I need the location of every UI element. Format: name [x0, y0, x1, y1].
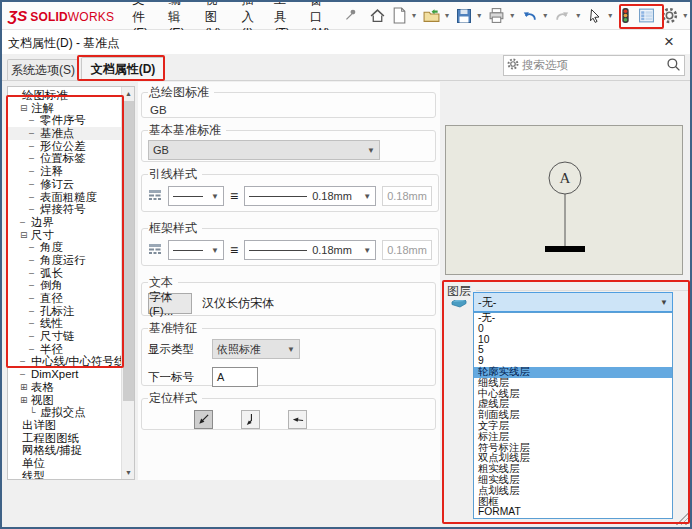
tree-item[interactable]: –注释 — [8, 165, 121, 178]
tree-expander-icon[interactable]: – — [29, 254, 40, 267]
tree-item[interactable]: ⊟注解 — [8, 102, 121, 115]
tree-expander-icon[interactable]: – — [29, 343, 40, 356]
tree-item[interactable]: –边界 — [8, 216, 121, 229]
leader-custom-thickness-field[interactable]: 0.18mm — [382, 186, 432, 206]
tree-item[interactable]: 出详图 — [8, 419, 121, 432]
tree-item[interactable]: 线型 — [8, 470, 121, 480]
tree-item[interactable]: –倒角 — [8, 279, 121, 292]
tree-item[interactable]: –孔标注 — [8, 305, 121, 318]
scroll-up-icon[interactable]: ▲ — [122, 87, 135, 100]
scrollbar-thumb[interactable] — [123, 101, 134, 401]
tree-expander-icon[interactable]: – — [29, 165, 40, 178]
resize-grip[interactable] — [676, 513, 688, 525]
home-icon[interactable] — [367, 6, 388, 25]
tree-item[interactable]: ⊟尺寸 — [8, 229, 121, 242]
scroll-down-icon[interactable]: ▼ — [122, 466, 135, 479]
next-label-field[interactable]: A — [212, 367, 258, 387]
tree-item[interactable]: –DimXpert — [8, 368, 121, 381]
font-button[interactable]: 字体(F)... — [148, 293, 192, 314]
layer-option[interactable]: 5 — [474, 345, 672, 356]
tree-item[interactable]: –焊接符号 — [8, 203, 121, 216]
tree-item[interactable]: –位置标签 — [8, 152, 121, 165]
tree-item[interactable]: ⊞表格 — [8, 381, 121, 394]
tree-expander-icon[interactable]: – — [29, 279, 40, 292]
select-cursor-dropdown-caret[interactable]: ▾ — [608, 11, 612, 20]
tree-item[interactable]: 单位 — [8, 457, 121, 470]
tree-expander-icon[interactable]: – — [29, 241, 40, 254]
print-icon[interactable] — [486, 6, 507, 25]
print-dropdown-caret[interactable]: ▾ — [510, 11, 514, 20]
tree-expander-icon[interactable]: – — [29, 114, 40, 127]
tree-expander-icon[interactable]: ⊟ — [20, 102, 31, 115]
layer-option[interactable]: -无- — [474, 313, 672, 324]
tree-item[interactable]: –尺寸链 — [8, 330, 121, 343]
tree-expander-icon[interactable]: – — [29, 317, 40, 330]
frame-line-style-combobox[interactable]: ▼ — [168, 240, 224, 260]
options-dropdown-caret[interactable]: ▾ — [683, 11, 687, 20]
leader-line-style-combobox[interactable]: ▼ — [168, 186, 224, 206]
tree-item[interactable]: –半径 — [8, 343, 121, 356]
layer-option[interactable]: FORMAT — [474, 507, 672, 518]
tree-expander-icon[interactable]: – — [29, 330, 40, 343]
layer-option[interactable]: 点划线层 — [474, 486, 672, 497]
attachment-diagonal-leader-button[interactable] — [194, 410, 213, 429]
tree-item[interactable]: –线性 — [8, 317, 121, 330]
frame-thickness-combobox[interactable]: 0.18mm ▼ — [244, 240, 376, 260]
layer-option[interactable]: 10 — [474, 335, 672, 346]
tree-item[interactable]: –修订云 — [8, 178, 121, 191]
pin-menu-icon[interactable] — [344, 8, 357, 24]
tree-expander-icon[interactable]: └ — [29, 406, 40, 419]
open-icon[interactable] — [421, 6, 442, 25]
tree-item[interactable]: 网格线/捕捉 — [8, 444, 121, 457]
traffic-light-icon[interactable] — [617, 6, 634, 25]
tab-document-properties[interactable]: 文档属性(D) — [81, 57, 165, 80]
tree-expander-icon[interactable]: – — [29, 305, 40, 318]
attachment-horizontal-leader-button[interactable] — [288, 410, 307, 429]
tree-item[interactable]: –形位公差 — [8, 140, 121, 153]
tree-item[interactable]: –表面粗糙度 — [8, 191, 121, 204]
layer-combobox[interactable]: -无- ▼ — [473, 292, 673, 312]
tree-expander-icon[interactable]: – — [29, 152, 40, 165]
layer-option[interactable]: 标注层 — [474, 432, 672, 443]
tree-expander-icon[interactable]: – — [20, 216, 31, 229]
attachment-vertical-leader-button[interactable] — [241, 410, 260, 429]
select-cursor-icon[interactable] — [585, 7, 605, 25]
frame-custom-thickness-field[interactable]: 0.18mm — [382, 240, 432, 260]
options-gear-icon[interactable] — [659, 6, 680, 25]
tree-item[interactable]: –基准点 — [8, 127, 121, 140]
tree-expander-icon[interactable]: – — [20, 368, 31, 381]
tree-item[interactable]: –角度 — [8, 241, 121, 254]
close-icon[interactable]: × — [658, 31, 680, 53]
tree-expander-icon[interactable]: – — [29, 203, 40, 216]
tree-expander-icon[interactable]: – — [20, 355, 31, 368]
tree-expander-icon[interactable]: – — [29, 178, 40, 191]
save-icon[interactable] — [454, 7, 474, 25]
search-options-box[interactable]: 搜索选项 — [503, 55, 685, 76]
save-dropdown-caret[interactable]: ▾ — [477, 11, 481, 20]
rebuild-list-icon[interactable] — [636, 6, 657, 25]
tree-item[interactable]: –零件序号 — [8, 114, 121, 127]
redo-icon[interactable] — [552, 6, 573, 25]
new-document-dropdown-caret[interactable]: ▾ — [412, 11, 416, 20]
layer-option[interactable]: 细线层 — [474, 378, 672, 389]
tree-item[interactable]: 工程图图纸 — [8, 432, 121, 445]
tree-item[interactable]: └虚拟交点 — [8, 406, 121, 419]
redo-dropdown-caret[interactable]: ▾ — [576, 11, 580, 20]
tree-expander-icon[interactable]: ⊞ — [20, 381, 31, 394]
tree-item[interactable]: –直径 — [8, 292, 121, 305]
tree-expander-icon[interactable]: – — [29, 267, 40, 280]
layer-option[interactable]: 0 — [474, 324, 672, 335]
tree-item[interactable]: –中心线/中心符号线 — [8, 355, 121, 368]
tree-item[interactable]: –弧长 — [8, 267, 121, 280]
tree-expander-icon[interactable]: – — [29, 127, 40, 140]
search-icon[interactable] — [666, 57, 681, 75]
undo-icon[interactable] — [519, 6, 540, 25]
tree-expander-icon[interactable]: – — [29, 191, 40, 204]
tree-item[interactable]: –角度运行 — [8, 254, 121, 267]
new-document-icon[interactable] — [390, 6, 409, 25]
display-type-combobox[interactable]: 依照标准 ▼ — [212, 339, 300, 359]
tree-expander-icon[interactable]: – — [29, 140, 40, 153]
undo-dropdown-caret[interactable]: ▾ — [543, 11, 547, 20]
tree-scrollbar[interactable]: ▲ ▼ — [121, 87, 134, 479]
tree-item[interactable]: 绘图标准 — [8, 89, 121, 102]
